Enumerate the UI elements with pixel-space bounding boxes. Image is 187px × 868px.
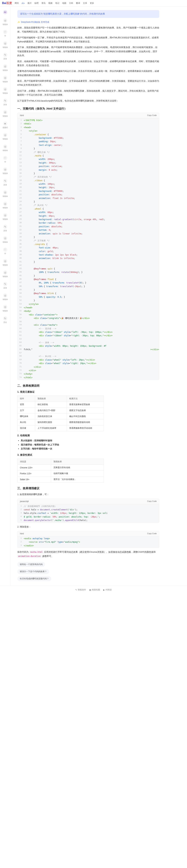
resp-para: 还要考虑代码的检测效果，用户可能需要确保代码运行正确，并且在不同浏览器上表现一致… [17, 69, 159, 77]
nav-translate[interactable]: 翻译 [76, 2, 80, 5]
code-body[interactable]: 1// 添加眼神细节（示例代码片段）2const halo = document… [17, 504, 159, 523]
nav-baike[interactable]: 百科 [69, 2, 73, 5]
sidebar-item[interactable]: ◎智能体 [3, 213, 8, 220]
sidebar-item[interactable]: ◎智能体 [3, 19, 8, 26]
logo: Bai百度 [2, 1, 12, 5]
verify-table: 组件 预期效果 检测方法 背景粉红渐变色查看页面整体背景效果文字金色闪烁文字+阴… [17, 396, 104, 431]
sidebar-item[interactable]: ◎智能体 [3, 64, 8, 71]
resp-para: 总结下来，步骤是：用HTML和CSS创建页面，绘制简单的哪吒形象，添加动画效果，… [17, 89, 159, 97]
code-lang: html [20, 532, 24, 535]
ai-response: 好的，我现在需要帮用户写一个生成祝贺哪吒票房大卖并配上哪吒形象的代码，还要检测代… [17, 26, 159, 582]
compat-table: 浏览器 预期效果 Chrome 120+完整显示所有动画Firefox 115+… [17, 459, 104, 483]
main-content: 请写出一个生成画面为"祝贺哪吒票房大卖，并配上哪吒形象"的代码，并检测代码效果 … [10, 7, 166, 586]
sidebar-item[interactable]: ★团圆经 [3, 122, 8, 129]
sidebar-item[interactable]: ◎智能体 [3, 110, 8, 117]
table-row: Firefox 115+动画可能略卡顿 [17, 471, 104, 476]
code-block-html: html Copy Code 1<!DOCTYPE html>2<html>3<… [17, 113, 159, 380]
code-lang: html [20, 114, 24, 117]
sub-text: 1. 如需更精细的哪吒形象，可： [17, 492, 159, 496]
code-block-audio: html Copy Code 1<audio autoplay loop>2 <… [17, 531, 159, 548]
list-item: 风火轮旋转：应持续顺时针旋转 [21, 438, 159, 442]
sidebar-ai[interactable]: AI [3, 10, 7, 14]
sidebar-item[interactable]: ♡学 [3, 248, 7, 255]
sidebar-item[interactable]: ◎智能体 [3, 202, 8, 209]
bottom-bar: ✎ 智能创作 ▦ 画面绘图 ▶ AI阅读 [0, 586, 187, 594]
sidebar-item[interactable]: ♡学 [3, 30, 7, 37]
subsection-heading: 3. 兼容性测试 [17, 454, 159, 457]
sidebar-item[interactable]: ◎智能体 [3, 236, 8, 243]
section-heading: 一、完整代码（保存为 .html 文件运行） [17, 107, 159, 111]
sidebar-item[interactable]: ◎智能体 [3, 271, 8, 278]
sidebar-item[interactable]: ◎智能体 [3, 41, 8, 49]
code-body[interactable]: 1<!DOCTYPE html>2<html>3<head>4 <style>5… [17, 118, 159, 380]
sidebar-item[interactable]: ✎反馈 [3, 99, 7, 106]
table-row: 混天绫上下浮动的红色条带查看两侧条带的浮动动画 [17, 425, 104, 431]
bottom-draw[interactable]: ▦ 画面绘图 [89, 588, 100, 591]
nav-tieba[interactable]: 贴吧 [34, 2, 39, 5]
bottom-create[interactable]: ✎ 智能创作 [75, 588, 86, 591]
section-heading: 二、效果检测说明 [17, 384, 159, 388]
sidebar-item[interactable]: ◎智能体 [3, 76, 8, 83]
copy-button[interactable]: Copy Code [147, 500, 157, 503]
top-nav: Bai百度 网页 AI+ 图片 贴吧 资讯 视频 笔记 地图 百科 翻译 文库 … [0, 0, 187, 7]
nav-note[interactable]: 笔记 [55, 2, 60, 5]
list-item: 文字闪烁：每秒半透明切换一次 [21, 447, 159, 451]
copy-button[interactable]: Copy Code [147, 114, 157, 117]
th: 浏览器 [17, 459, 51, 465]
nav-ai[interactable]: AI+ [22, 2, 25, 4]
sub-text: 2. 增加音效： [17, 525, 159, 529]
nav-map[interactable]: 地图 [62, 2, 66, 5]
sidebar-item[interactable]: ✎反馈 [3, 282, 7, 289]
nav-news[interactable]: 资讯 [41, 2, 45, 5]
nav-video[interactable]: 视频 [48, 2, 52, 5]
resp-para: 以下是基于HTML/CSS/JavaScript的代码实现，包含动态效果和哪吒形… [17, 99, 159, 103]
user-prompt: 请写出一个生成画面为"祝贺哪吒票房大卖，并配上哪吒形象"的代码，并检测代码效果 [17, 10, 159, 18]
th: 预期效果 [35, 396, 67, 402]
sidebar-item[interactable]: ◎智能体 [3, 190, 8, 197]
subsection-heading: 1. 视觉元素验证 [17, 391, 159, 394]
sidebar-item[interactable]: ◎智能体 [3, 259, 8, 266]
table-row: 风火轮旋转的橙红圆形观察底部圆形旋转动画 [17, 420, 104, 425]
thinking-badge[interactable]: DeepSeek-R1满血版 思考完成 [17, 21, 159, 24]
nav-wenku[interactable]: 文库 [83, 2, 87, 5]
resp-para: 最后，用户可能希望代码即停即观，比如添加音效，文字滚动或者背景，所以代码结构要清… [17, 79, 159, 87]
table-row: 哪吒身体浅粉色矩形主体确认中间立柱颜色 [17, 413, 104, 420]
sidebar-item[interactable]: ◎智能体 [3, 305, 8, 312]
anim-list: 风火轮旋转：应持续顺时针旋转 混天绫浮动：每两秒完成一次上下浮动 文字闪烁：每秒… [21, 438, 159, 451]
list-item: 混天绫浮动：每两秒完成一次上下浮动 [21, 443, 159, 447]
sidebar-item[interactable]: ◎智能体 [3, 145, 8, 152]
table-row: Chrome 120+完整显示所有动画 [17, 465, 104, 471]
bottom-read[interactable]: ▶ AI阅读 [103, 588, 112, 591]
sidebar-item[interactable]: ✎反馈 [3, 179, 7, 186]
sidebar-item[interactable]: ◎智能体 [3, 133, 8, 140]
bottom-note: 保存代码为 nezha.html 后用浏览器打开即可看到动态效果（建议使用Chr… [17, 550, 159, 558]
table-row: 背景粉红渐变色查看页面整体背景效果 [17, 402, 104, 408]
table-row: Safari 16+需开启「允许自动播放」 [17, 476, 104, 483]
th: 检测方法 [67, 396, 104, 402]
th: 预期效果 [51, 459, 104, 465]
sidebar-item[interactable]: ◎智能体 [3, 167, 8, 175]
sidebar-item[interactable]: ◎智能体 [3, 87, 8, 94]
section-heading: 三、效果增强建议 [17, 487, 159, 490]
code-lang: javascript [20, 500, 29, 503]
sidebar-item[interactable]: ◎智能体 [3, 293, 8, 301]
subsection-heading: 2. 动画检测 [17, 434, 159, 437]
resp-para: 好的，我现在需要帮用户写一个生成祝贺哪吒票房大卖并配上哪吒形象的代码，还要检测代… [17, 26, 159, 34]
resp-para: 接下来，我需要确定哪吒的形象。用户可能希望有简单的矢量图形，比如用CSS或SVG… [17, 45, 159, 58]
code-body[interactable]: 1<audio autoplay loop>2 <source src="fir… [17, 536, 159, 548]
table-row: 文字金色闪烁文字+阴影观察文字动态效果 [17, 408, 104, 413]
nav-more[interactable]: 更多 [90, 2, 94, 5]
nav-web[interactable]: 网页 [15, 2, 19, 5]
copy-button[interactable]: Copy Code [147, 532, 157, 535]
sidebar-item[interactable]: ✎反馈 [3, 225, 7, 232]
sidebar-item[interactable]: ↻历史 [3, 316, 7, 323]
resp-para: 用户可能对编程有一定了解，不然也不会具体提用户代码还是过去，考虑到常见的动画效果… [17, 36, 159, 44]
code-block-js: javascript Copy Code 1// 添加眼神细节（示例代码片段）2… [17, 499, 159, 523]
resp-para: 然后，动画效果方面，可能需要一些浮动或颜色变化的效果，让画面更生动。比如文字闪烁… [17, 59, 159, 67]
sidebar-item[interactable]: ♡学 [3, 156, 7, 163]
sidebar-item[interactable]: ✎反馈 [3, 53, 7, 60]
nav-image[interactable]: 图片 [28, 2, 32, 5]
suggest-chip[interactable]: 请演示一下这个代码的效果？ [17, 569, 49, 574]
suggest-chip[interactable]: 有没有现成的哪吒祝贺图代码？ [17, 576, 51, 581]
suggest-chip[interactable]: 请再给一个更简单的代码 [17, 562, 45, 567]
